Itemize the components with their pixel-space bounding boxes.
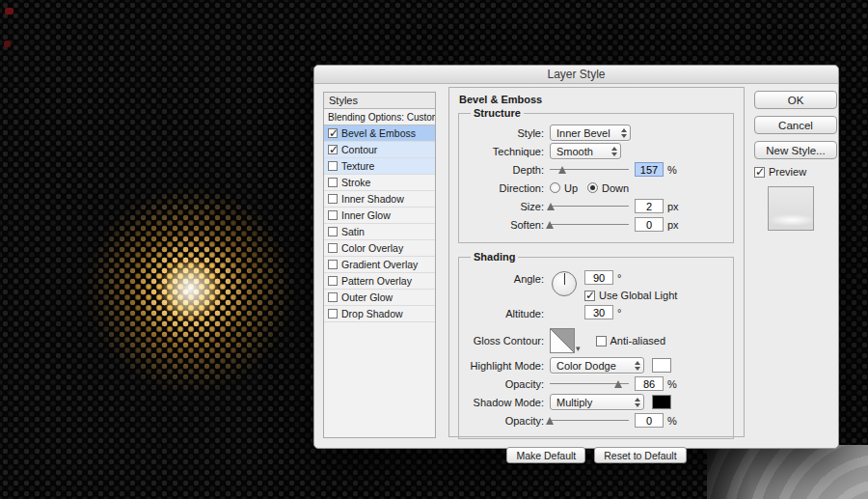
shadow-color-swatch[interactable] bbox=[652, 395, 671, 409]
styles-list-item[interactable]: Stroke bbox=[324, 175, 435, 191]
ok-button[interactable]: OK bbox=[754, 91, 837, 109]
highlight-mode-row: Highlight Mode: Color Dodge bbox=[467, 358, 725, 373]
style-item-label: Stroke bbox=[341, 177, 370, 188]
shadow-opacity-input[interactable] bbox=[635, 413, 664, 428]
slider-thumb[interactable] bbox=[546, 221, 554, 229]
style-item-label: Contour bbox=[341, 144, 377, 155]
highlight-opacity-unit: % bbox=[667, 378, 677, 390]
dropdown-arrows-icon bbox=[635, 361, 640, 371]
style-dropdown-value: Inner Bevel bbox=[556, 127, 616, 139]
slider-thumb[interactable] bbox=[614, 380, 622, 388]
dropdown-arrows-icon bbox=[611, 147, 617, 156]
technique-row: Technique: Smooth bbox=[467, 144, 725, 158]
style-enable-checkbox[interactable] bbox=[328, 309, 338, 319]
styles-list-item[interactable]: Pattern Overlay bbox=[324, 273, 435, 290]
shadow-opacity-slider[interactable] bbox=[550, 414, 629, 427]
style-item-label: Texture bbox=[341, 160, 374, 172]
style-field-label: Style: bbox=[467, 127, 544, 139]
style-enable-checkbox[interactable] bbox=[328, 161, 338, 171]
styles-list-item[interactable]: Satin bbox=[324, 224, 435, 240]
style-dropdown[interactable]: Inner Bevel bbox=[550, 125, 631, 141]
styles-list-item[interactable]: Texture bbox=[324, 158, 435, 175]
highlight-opacity-label: Opacity: bbox=[467, 378, 544, 390]
style-item-label: Satin bbox=[341, 226, 365, 237]
reset-to-default-button[interactable]: Reset to Default bbox=[594, 447, 686, 463]
style-enable-checkbox[interactable] bbox=[328, 292, 338, 302]
slider-thumb[interactable] bbox=[558, 166, 566, 174]
soften-unit: px bbox=[667, 219, 679, 231]
direction-up-radio[interactable] bbox=[550, 182, 560, 193]
style-enable-checkbox[interactable] bbox=[328, 276, 338, 286]
dialog-title: Layer Style bbox=[547, 68, 605, 81]
size-field-label: Size: bbox=[467, 201, 544, 212]
size-input[interactable] bbox=[635, 199, 664, 213]
make-default-button[interactable]: Make Default bbox=[506, 447, 585, 463]
altitude-field-label: Altitude: bbox=[467, 308, 544, 319]
style-enable-checkbox[interactable] bbox=[328, 178, 338, 187]
direction-down-label: Down bbox=[602, 182, 629, 194]
styles-list-item[interactable]: Drop Shadow bbox=[324, 306, 435, 322]
gloss-contour-picker[interactable] bbox=[550, 328, 575, 353]
highlight-opacity-input[interactable] bbox=[635, 376, 664, 391]
highlight-opacity-row: Opacity: % bbox=[467, 376, 725, 391]
style-enable-checkbox[interactable] bbox=[328, 243, 338, 253]
panel-title: Bevel & Emboss bbox=[459, 94, 737, 105]
altitude-input[interactable] bbox=[584, 305, 613, 319]
slider-thumb[interactable] bbox=[547, 203, 555, 210]
use-global-light-checkbox[interactable] bbox=[584, 291, 595, 301]
style-enable-checkbox[interactable] bbox=[328, 145, 338, 154]
slider-track bbox=[550, 420, 629, 421]
new-style-button[interactable]: New Style... bbox=[754, 141, 837, 159]
style-enable-checkbox[interactable] bbox=[328, 260, 338, 269]
styles-list-item[interactable]: Inner Glow bbox=[324, 208, 435, 224]
style-enable-checkbox[interactable] bbox=[328, 128, 338, 138]
angle-unit: ° bbox=[617, 272, 621, 284]
style-enable-checkbox[interactable] bbox=[328, 210, 338, 220]
styles-list-item[interactable]: Inner Shadow bbox=[324, 191, 435, 208]
styles-list-item[interactable]: Bevel & Emboss bbox=[324, 125, 435, 142]
highlight-opacity-slider[interactable] bbox=[550, 377, 629, 390]
highlight-mode-dropdown[interactable]: Color Dodge bbox=[550, 357, 644, 374]
red-indicator-dot bbox=[5, 8, 14, 14]
shadow-mode-row: Shadow Mode: Multiply bbox=[467, 395, 725, 409]
direction-up-label: Up bbox=[564, 182, 578, 194]
preview-row: Preview bbox=[754, 166, 837, 178]
styles-list-item[interactable]: Contour bbox=[324, 142, 435, 158]
highlight-color-swatch[interactable] bbox=[652, 358, 671, 373]
contour-dropdown-arrow-icon[interactable]: ▾ bbox=[576, 344, 581, 353]
soften-input[interactable] bbox=[635, 217, 664, 232]
direction-down-radio[interactable] bbox=[587, 182, 598, 193]
cancel-button[interactable]: Cancel bbox=[754, 116, 837, 134]
shadow-mode-dropdown[interactable]: Multiply bbox=[550, 394, 644, 410]
styles-list-item[interactable]: Gradient Overlay bbox=[324, 257, 435, 273]
style-item-label: Color Overlay bbox=[341, 242, 403, 254]
shadow-mode-label: Shadow Mode: bbox=[467, 397, 544, 408]
size-row: Size: px bbox=[467, 199, 725, 213]
angle-field-label: Angle: bbox=[467, 273, 544, 285]
depth-slider[interactable] bbox=[550, 163, 629, 176]
style-enable-checkbox[interactable] bbox=[328, 227, 338, 236]
slider-track bbox=[550, 224, 629, 225]
technique-field-label: Technique: bbox=[467, 146, 544, 157]
depth-unit: % bbox=[667, 164, 677, 176]
styles-list-item[interactable]: Outer Glow bbox=[324, 290, 435, 306]
styles-list-item[interactable]: Color Overlay bbox=[324, 240, 435, 257]
angle-dial[interactable] bbox=[552, 271, 577, 296]
dialog-titlebar[interactable]: Layer Style bbox=[314, 66, 838, 84]
soften-slider[interactable] bbox=[550, 218, 629, 231]
angle-input[interactable] bbox=[584, 270, 613, 285]
preview-checkbox[interactable] bbox=[754, 167, 765, 178]
soften-field-label: Soften: bbox=[467, 219, 544, 231]
shadow-mode-value: Multiply bbox=[556, 397, 630, 408]
blending-options-row[interactable]: Blending Options: Custom bbox=[324, 109, 435, 125]
style-item-label: Inner Shadow bbox=[341, 193, 404, 205]
technique-dropdown-value: Smooth bbox=[556, 146, 607, 157]
technique-dropdown[interactable]: Smooth bbox=[550, 143, 621, 159]
style-enable-checkbox[interactable] bbox=[328, 194, 338, 204]
bevel-emboss-settings-pane: Bevel & Emboss Structure Style: Inner Be… bbox=[448, 87, 745, 437]
slider-thumb[interactable] bbox=[546, 417, 554, 425]
layer-style-dialog: Layer Style Styles Blending Options: Cus… bbox=[313, 65, 839, 449]
anti-aliased-checkbox[interactable] bbox=[596, 336, 607, 347]
size-slider[interactable] bbox=[550, 200, 629, 212]
depth-input[interactable] bbox=[635, 162, 664, 177]
